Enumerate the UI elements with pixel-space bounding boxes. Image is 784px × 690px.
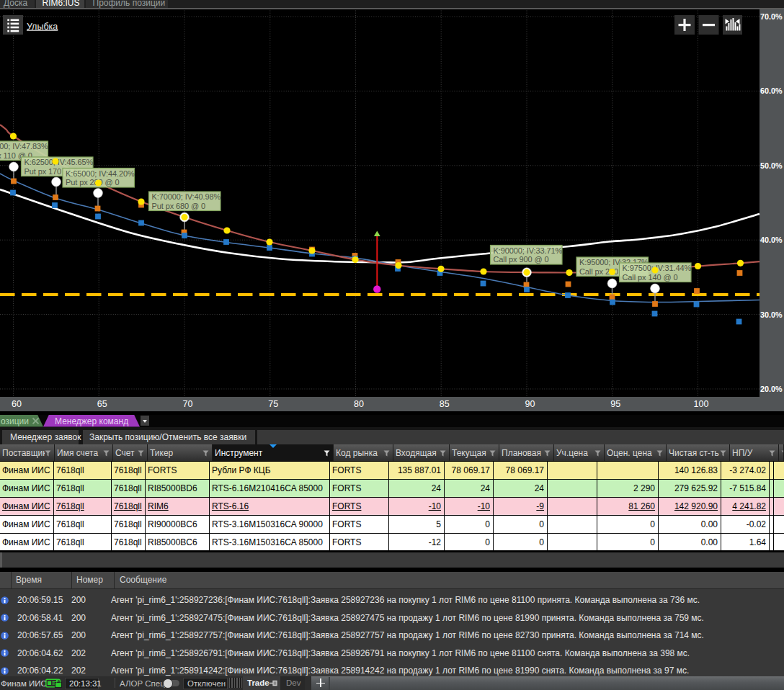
svg-text:Put px 280 @ 0: Put px 280 @ 0 — [66, 178, 120, 187]
svg-text:Call px 900 @ 0: Call px 900 @ 0 — [494, 255, 549, 264]
svg-text:K:70000; IV:40.98%: K:70000; IV:40.98% — [152, 192, 221, 201]
svg-text:100: 100 — [694, 399, 709, 409]
svg-text:Put px 680 @ 0: Put px 680 @ 0 — [152, 202, 206, 210]
svg-text:85: 85 — [440, 399, 450, 409]
svg-text:Call px 140 @ 0: Call px 140 @ 0 — [623, 273, 678, 282]
svg-text:75: 75 — [268, 399, 278, 409]
svg-text:65: 65 — [97, 399, 107, 409]
svg-text:50.0%: 50.0% — [760, 161, 783, 170]
svg-text:90: 90 — [525, 399, 535, 409]
svg-text:30.0%: 30.0% — [760, 310, 783, 319]
svg-text:60: 60 — [12, 399, 22, 409]
svg-text:60.0%: 60.0% — [760, 86, 783, 95]
svg-text:20.0%: 20.0% — [760, 385, 783, 393]
svg-text:Улыбка: Улыбка — [27, 22, 58, 32]
svg-text:70: 70 — [183, 399, 193, 409]
svg-text:80: 80 — [354, 399, 364, 409]
svg-text:K:65000; IV:44.20%: K:65000; IV:44.20% — [66, 169, 135, 178]
svg-text:70.0%: 70.0% — [760, 12, 783, 21]
svg-text:K:60000; IV:47.83%: K:60000; IV:47.83% — [0, 142, 48, 151]
svg-text:K:90000; IV:33.71%: K:90000; IV:33.71% — [494, 246, 563, 255]
svg-text:40.0%: 40.0% — [760, 236, 783, 244]
svg-text:95: 95 — [610, 399, 620, 409]
